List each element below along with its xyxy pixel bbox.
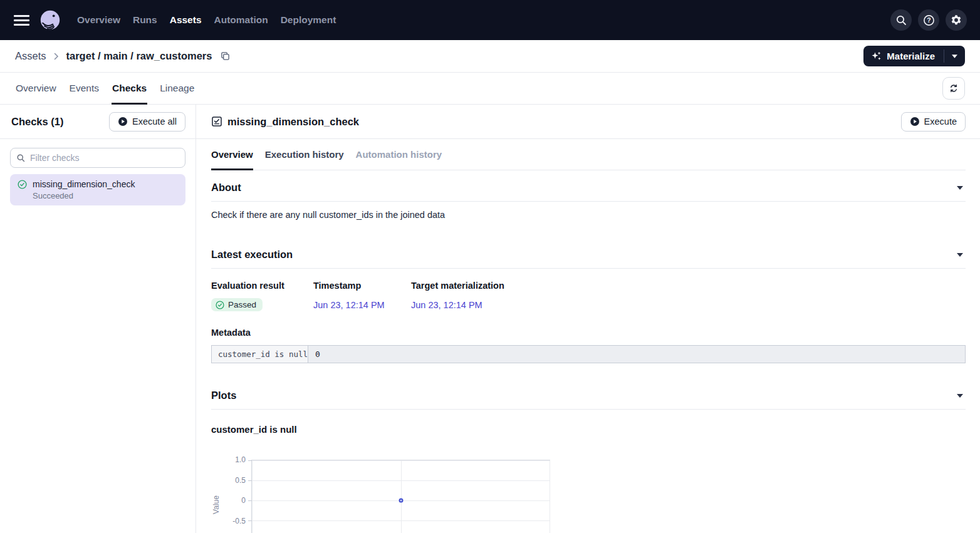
sparkle-icon: [871, 51, 882, 61]
tab-checks[interactable]: Checks: [112, 73, 147, 104]
refresh-icon: [949, 83, 959, 93]
y-axis-labels: 1.00.50-0.5-1.0: [221, 460, 251, 533]
gridline-vertical: [401, 460, 402, 533]
tab-execution-history[interactable]: Execution history: [265, 139, 344, 170]
filter-checks-input[interactable]: [10, 148, 185, 168]
play-circle-icon: [910, 116, 920, 127]
plot-title: customer_id is null: [211, 424, 966, 435]
navbar-actions: ?: [890, 9, 967, 31]
settings-button[interactable]: [946, 9, 967, 31]
about-heading: About: [211, 182, 241, 194]
plot-area: [251, 460, 550, 533]
y-tick-label: 1.0: [235, 455, 246, 464]
help-button[interactable]: ?: [918, 9, 939, 31]
nav-item-overview[interactable]: Overview: [77, 14, 120, 26]
materialize-split-button: Materialize: [863, 46, 965, 66]
page-body: Checks (1) Execute all missing_dimension…: [0, 105, 980, 533]
check-list-item[interactable]: missing_dimension_check Succeeded: [10, 174, 185, 205]
copy-asset-key-button[interactable]: [221, 51, 230, 61]
nav-item-automation[interactable]: Automation: [214, 14, 268, 26]
check-success-icon: [18, 180, 27, 189]
plots-heading: Plots: [211, 390, 236, 401]
gear-icon: [951, 14, 962, 26]
metadata-value: 0: [308, 346, 965, 363]
execute-all-label: Execute all: [132, 116, 177, 127]
latest-execution-heading: Latest execution: [211, 249, 293, 261]
search-icon: [895, 14, 907, 26]
metadata-heading: Metadata: [211, 328, 966, 338]
execute-label: Execute: [924, 116, 957, 127]
materialize-button[interactable]: Materialize: [863, 46, 944, 66]
search-button[interactable]: [890, 9, 912, 31]
column-timestamp: Timestamp: [313, 281, 411, 291]
check-detail-header: missing_dimension_check Execute: [196, 105, 980, 139]
collapse-caret-icon[interactable]: [957, 186, 963, 190]
data-point: [399, 499, 403, 503]
top-navbar: Overview Runs Assets Automation Deployme…: [0, 0, 980, 40]
latest-execution-section-header[interactable]: Latest execution: [211, 237, 966, 269]
checks-count-title: Checks (1): [11, 116, 63, 128]
tab-overview[interactable]: Overview: [15, 73, 57, 104]
execute-all-button[interactable]: Execute all: [109, 112, 185, 132]
check-detail-panel: missing_dimension_check Execute Overview…: [196, 105, 980, 533]
asset-tabs-row: Overview Events Checks Lineage: [0, 73, 980, 105]
execution-timestamp-link[interactable]: Jun 23, 12:14 PM: [313, 300, 385, 310]
metadata-plot-chart: Value 1.00.50-0.5-1.0: [211, 460, 966, 533]
breadcrumb: Assets target / main / raw_customers: [15, 50, 230, 62]
passed-badge: Passed: [211, 298, 263, 311]
asset-tabs: Overview Events Checks Lineage: [15, 73, 195, 104]
y-tick-label: 0: [241, 496, 246, 505]
tab-check-overview[interactable]: Overview: [211, 139, 253, 170]
nav-item-deployment[interactable]: Deployment: [281, 14, 336, 26]
about-section-header[interactable]: About: [211, 170, 966, 202]
passed-check-icon: [216, 301, 224, 309]
breadcrumb-row: Assets target / main / raw_customers Mat…: [0, 40, 980, 73]
asset-check-icon: [211, 116, 222, 127]
y-tick-label: 0.5: [235, 476, 246, 485]
dagster-logo[interactable]: [38, 8, 62, 32]
check-detail-tabs: Overview Execution history Automation hi…: [211, 139, 966, 170]
refresh-button[interactable]: [942, 77, 965, 100]
copy-icon: [221, 51, 230, 61]
check-item-name: missing_dimension_check: [33, 179, 135, 189]
gridline-vertical: [550, 460, 550, 533]
check-item-status: Succeeded: [33, 191, 178, 200]
metadata-key: customer_id is null: [212, 346, 308, 363]
checks-list-container: missing_dimension_check Succeeded: [0, 139, 195, 214]
hamburger-menu-icon[interactable]: [14, 13, 29, 28]
materialize-dropdown-button[interactable]: [944, 46, 965, 66]
plots-section-header[interactable]: Plots: [211, 378, 966, 410]
y-axis-title: Value: [211, 460, 221, 533]
checks-sidebar-header: Checks (1) Execute all: [0, 105, 195, 139]
y-tick-label: -0.5: [232, 517, 246, 525]
play-circle-icon: [118, 116, 128, 127]
column-evaluation-result: Evaluation result: [211, 281, 313, 291]
checks-sidebar: Checks (1) Execute all missing_dimension…: [0, 105, 196, 533]
execute-button[interactable]: Execute: [901, 112, 966, 132]
tab-automation-history[interactable]: Automation history: [356, 139, 442, 170]
check-description: Check if there are any null customer_ids…: [211, 202, 966, 222]
target-materialization-link[interactable]: Jun 23, 12:14 PM: [411, 300, 482, 310]
check-detail-content: Overview Execution history Automation hi…: [196, 139, 980, 533]
collapse-caret-icon[interactable]: [957, 394, 963, 398]
gridline-vertical: [252, 460, 253, 533]
asset-key-path: target / main / raw_customers: [66, 50, 212, 62]
filter-search-icon: [16, 153, 25, 165]
nav-item-assets[interactable]: Assets: [170, 14, 202, 26]
latest-execution-table: Evaluation result Timestamp Target mater…: [211, 281, 966, 311]
tab-events[interactable]: Events: [69, 73, 100, 104]
passed-label: Passed: [228, 300, 256, 309]
check-title: missing_dimension_check: [227, 116, 359, 128]
help-icon: ?: [923, 14, 935, 26]
collapse-caret-icon[interactable]: [957, 253, 963, 257]
column-target-materialization: Target materialization: [411, 281, 966, 291]
caret-down-icon: [952, 54, 957, 58]
chevron-right-icon: [54, 53, 59, 60]
materialize-label: Materialize: [887, 51, 935, 61]
svg-text:?: ?: [927, 17, 930, 24]
primary-nav: Overview Runs Assets Automation Deployme…: [77, 14, 336, 26]
nav-item-runs[interactable]: Runs: [133, 14, 157, 26]
breadcrumb-assets-link[interactable]: Assets: [15, 50, 46, 62]
tab-lineage[interactable]: Lineage: [159, 73, 195, 104]
filter-box: [10, 148, 185, 168]
